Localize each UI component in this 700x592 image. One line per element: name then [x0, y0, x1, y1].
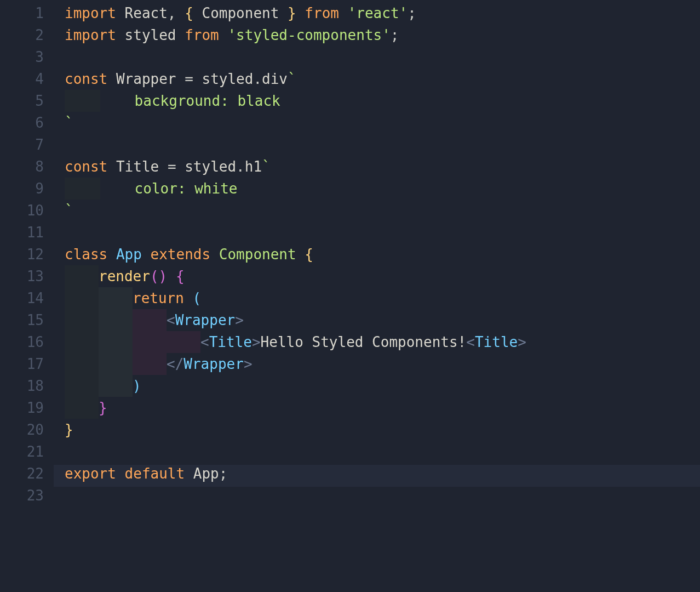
code-line[interactable]: import React, { Component } from 'react'…: [65, 2, 700, 24]
token-punct: ,: [168, 5, 176, 21]
token-paren: (): [150, 268, 167, 284]
code-line[interactable]: [65, 134, 700, 156]
token-punct: ;: [391, 27, 399, 43]
line-number: 22: [0, 463, 44, 485]
token-identifier: Component: [219, 246, 296, 263]
line-number: 23: [0, 485, 44, 506]
token-brace: }: [65, 422, 73, 438]
code-line[interactable]: <Title>Hello Styled Components!<Title>: [65, 331, 700, 353]
token-jsx-punct: <: [200, 334, 209, 350]
code-editor[interactable]: 1 2 3 4 5 6 7 8 9 10 11 12 13 14 15 16 1…: [0, 0, 700, 509]
line-number: 18: [0, 375, 44, 397]
token-paren: ): [133, 378, 141, 394]
token-identifier: App: [193, 465, 219, 482]
indent-guide: [99, 287, 133, 309]
token-jsx-tag: Title: [475, 334, 518, 350]
line-number-gutter: 1 2 3 4 5 6 7 8 9 10 11 12 13 14 15 16 1…: [0, 2, 54, 506]
line-number: 15: [0, 309, 44, 331]
token-jsx-tag: Wrapper: [175, 312, 236, 328]
token-punct: =: [185, 71, 193, 87]
line-number: 5: [0, 90, 44, 112]
code-line[interactable]: return (: [65, 287, 700, 309]
line-number: 2: [0, 24, 44, 46]
code-line[interactable]: ): [65, 375, 700, 397]
token-string: color: white: [65, 180, 237, 197]
token-keyword: export: [65, 465, 116, 482]
line-number: 8: [0, 156, 44, 178]
line-number: 4: [0, 68, 44, 90]
token-string: background: black: [65, 93, 280, 109]
line-number: 17: [0, 353, 44, 375]
token-identifier: Title: [116, 158, 159, 175]
token-backtick: `: [262, 158, 271, 175]
token-keyword: class: [65, 246, 107, 263]
token-identifier: Wrapper: [116, 71, 176, 87]
token-jsx-punct: >: [235, 312, 244, 328]
indent-guide: [65, 375, 99, 397]
code-line[interactable]: render() {: [65, 265, 700, 287]
indent-guide: [99, 309, 133, 331]
indent-guide: [65, 331, 99, 353]
line-number: 3: [0, 46, 44, 68]
code-line[interactable]: `: [65, 200, 700, 221]
token-brace: {: [185, 5, 193, 21]
line-number: 6: [0, 112, 44, 134]
indent-guide: [65, 309, 99, 331]
code-area[interactable]: import React, { Component } from 'react'…: [54, 2, 700, 506]
token-keyword: default: [125, 465, 185, 482]
code-line[interactable]: [65, 46, 700, 68]
line-number: 20: [0, 419, 44, 441]
token-identifier: styled: [185, 158, 236, 175]
token-keyword: const: [65, 158, 107, 175]
code-line[interactable]: const Title = styled.h1`: [65, 156, 700, 178]
code-line[interactable]: color: white: [65, 178, 700, 200]
token-function: render: [99, 268, 150, 284]
code-line[interactable]: [65, 485, 700, 506]
token-keyword: from: [185, 27, 219, 43]
token-identifier: styled: [202, 71, 253, 87]
code-line[interactable]: </Wrapper>: [65, 353, 700, 375]
token-jsx-tag: Wrapper: [183, 356, 244, 372]
indent-guide: [65, 353, 99, 375]
token-jsx-punct: </: [167, 356, 183, 372]
indent-guide: [133, 353, 167, 375]
token-keyword: const: [65, 71, 107, 87]
token-string: 'styled-components': [227, 27, 390, 43]
line-number: 9: [0, 178, 44, 200]
token-punct: .: [253, 71, 262, 87]
code-line[interactable]: background: black: [65, 90, 700, 112]
indent-guide: [65, 287, 99, 309]
indent-guide: [167, 331, 200, 353]
token-identifier: div: [262, 71, 288, 87]
code-line[interactable]: const Wrapper = styled.div`: [65, 68, 700, 90]
indent-guide: [99, 375, 133, 397]
line-number: 13: [0, 265, 44, 287]
line-number: 16: [0, 331, 44, 353]
code-line[interactable]: export default App;: [65, 463, 700, 485]
token-identifier: styled: [125, 27, 176, 43]
line-number: 21: [0, 441, 44, 463]
code-line[interactable]: }: [65, 419, 700, 441]
token-jsx-punct: >: [518, 334, 526, 350]
token-keyword: return: [133, 290, 184, 306]
token-brace: }: [99, 400, 107, 416]
token-identifier: React: [125, 5, 168, 21]
token-punct: =: [168, 158, 176, 175]
token-jsx-punct: <: [167, 312, 175, 328]
token-punct: ;: [219, 465, 228, 482]
code-line[interactable]: [65, 441, 700, 463]
token-jsx-punct: >: [252, 334, 261, 350]
code-line[interactable]: <Wrapper>: [65, 309, 700, 331]
code-line[interactable]: import styled from 'styled-components';: [65, 24, 700, 46]
token-backtick: `: [288, 71, 296, 87]
token-jsx-tag: Title: [209, 334, 252, 350]
code-line[interactable]: }: [65, 397, 700, 419]
token-brace: {: [176, 268, 185, 284]
code-line[interactable]: [65, 221, 700, 243]
code-line[interactable]: class App extends Component {: [65, 243, 700, 265]
code-line[interactable]: `: [65, 112, 700, 134]
line-number: 14: [0, 287, 44, 309]
token-jsx-punct: >: [244, 356, 253, 372]
token-identifier: h1: [245, 158, 262, 175]
indent-guide: [65, 397, 99, 419]
